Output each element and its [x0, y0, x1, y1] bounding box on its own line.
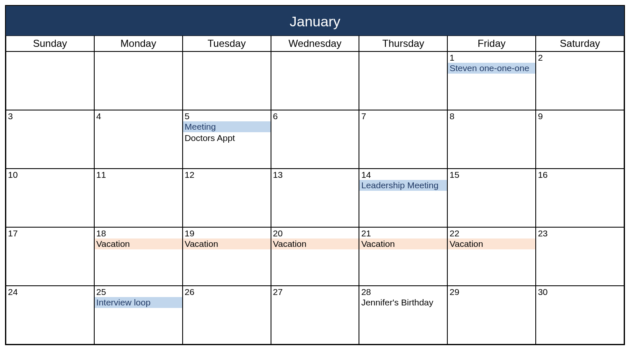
day-number: 19	[183, 228, 271, 238]
day-header-row: Sunday Monday Tuesday Wednesday Thursday…	[6, 36, 624, 51]
calendar-event[interactable]: Interview loop	[95, 297, 182, 308]
day-number: 4	[95, 110, 182, 121]
calendar-cell[interactable]: 10	[6, 169, 94, 227]
calendar-event[interactable]: Vacation	[271, 238, 359, 249]
calendar-week: 1718Vacation19Vacation20Vacation21Vacati…	[6, 227, 624, 286]
calendar-event[interactable]: Vacation	[448, 238, 535, 249]
calendar-cell[interactable]: 7	[359, 110, 447, 169]
calendar-cell[interactable]: 11	[94, 169, 183, 227]
month-title: January	[6, 6, 624, 36]
calendar-cell[interactable]: 6	[271, 110, 359, 169]
calendar-cell[interactable]: 24	[6, 286, 94, 344]
day-number: 12	[183, 169, 271, 179]
calendar-cell[interactable]	[6, 51, 94, 110]
day-number: 23	[536, 228, 624, 238]
day-number: 18	[95, 228, 182, 238]
day-number	[6, 52, 94, 53]
calendar-cell[interactable]: 1Steven one-one-one	[447, 51, 536, 110]
day-number: 17	[6, 228, 94, 238]
day-number: 28	[359, 286, 447, 297]
calendar-cell[interactable]: 13	[271, 169, 359, 227]
calendar-cell[interactable]: 12	[183, 169, 271, 227]
calendar-cell[interactable]: 4	[94, 110, 183, 169]
calendar-grid: 1Steven one-one-one2345MeetingDoctors Ap…	[6, 51, 624, 344]
day-number: 9	[536, 110, 624, 121]
day-number: 6	[271, 110, 359, 121]
calendar-cell[interactable]: 14Leadership Meeting	[359, 169, 447, 227]
calendar-event[interactable]: Jennifer's Birthday	[359, 297, 447, 308]
calendar-cell[interactable]: 17	[6, 227, 94, 286]
calendar: January Sunday Monday Tuesday Wednesday …	[5, 5, 625, 345]
calendar-cell[interactable]: 8	[447, 110, 536, 169]
day-number: 20	[271, 228, 359, 238]
calendar-event[interactable]: Vacation	[359, 238, 447, 249]
calendar-event[interactable]: Vacation	[95, 238, 182, 249]
calendar-cell[interactable]: 28Jennifer's Birthday	[359, 286, 447, 344]
day-number	[95, 52, 182, 53]
calendar-cell[interactable]: 9	[536, 110, 624, 169]
calendar-cell[interactable]	[94, 51, 183, 110]
day-number	[359, 52, 447, 53]
calendar-week: 1011121314Leadership Meeting1516	[6, 169, 624, 227]
calendar-week: 1Steven one-one-one2	[6, 51, 624, 110]
day-number: 7	[359, 110, 447, 121]
day-number: 15	[448, 169, 535, 179]
day-number: 5	[183, 110, 271, 121]
calendar-week: 2425Interview loop262728Jennifer's Birth…	[6, 286, 624, 344]
day-number: 13	[271, 169, 359, 179]
calendar-cell[interactable]: 15	[447, 169, 536, 227]
calendar-cell[interactable]	[271, 51, 359, 110]
day-header: Saturday	[536, 36, 624, 51]
day-number: 29	[448, 286, 535, 297]
calendar-event[interactable]: Steven one-one-one	[448, 63, 535, 74]
calendar-cell[interactable]: 25Interview loop	[94, 286, 183, 344]
day-number: 10	[6, 169, 94, 179]
calendar-week: 345MeetingDoctors Appt6789	[6, 110, 624, 169]
calendar-cell[interactable]: 3	[6, 110, 94, 169]
day-number: 27	[271, 286, 359, 297]
calendar-event[interactable]: Vacation	[183, 238, 271, 249]
day-number: 22	[448, 228, 535, 238]
day-number: 25	[95, 286, 182, 297]
calendar-cell[interactable]: 20Vacation	[271, 227, 359, 286]
day-number: 2	[536, 52, 624, 62]
calendar-cell[interactable]	[183, 51, 271, 110]
day-number	[183, 52, 271, 53]
calendar-cell[interactable]: 30	[536, 286, 624, 344]
calendar-cell[interactable]: 16	[536, 169, 624, 227]
day-header: Friday	[447, 36, 536, 51]
calendar-cell[interactable]: 22Vacation	[447, 227, 536, 286]
day-number: 1	[448, 52, 535, 62]
day-header: Wednesday	[271, 36, 359, 51]
calendar-event[interactable]: Leadership Meeting	[359, 180, 447, 191]
day-header: Thursday	[359, 36, 447, 51]
day-number: 24	[6, 286, 94, 297]
day-number: 30	[536, 286, 624, 297]
calendar-cell[interactable]: 23	[536, 227, 624, 286]
calendar-event[interactable]: Meeting	[183, 121, 271, 132]
day-number: 11	[95, 169, 182, 179]
calendar-cell[interactable]: 2	[536, 51, 624, 110]
calendar-cell[interactable]: 27	[271, 286, 359, 344]
calendar-cell[interactable]	[359, 51, 447, 110]
day-header: Sunday	[6, 36, 94, 51]
day-number: 16	[536, 169, 624, 179]
calendar-event[interactable]: Doctors Appt	[183, 133, 271, 144]
day-number: 8	[448, 110, 535, 121]
calendar-cell[interactable]: 29	[447, 286, 536, 344]
day-header: Monday	[94, 36, 183, 51]
calendar-cell[interactable]: 5MeetingDoctors Appt	[183, 110, 271, 169]
calendar-cell[interactable]: 19Vacation	[183, 227, 271, 286]
day-number	[271, 52, 359, 53]
day-number: 26	[183, 286, 271, 297]
day-number: 3	[6, 110, 94, 121]
calendar-cell[interactable]: 26	[183, 286, 271, 344]
calendar-cell[interactable]: 21Vacation	[359, 227, 447, 286]
calendar-cell[interactable]: 18Vacation	[94, 227, 183, 286]
day-number: 14	[359, 169, 447, 179]
day-header: Tuesday	[183, 36, 271, 51]
day-number: 21	[359, 228, 447, 238]
